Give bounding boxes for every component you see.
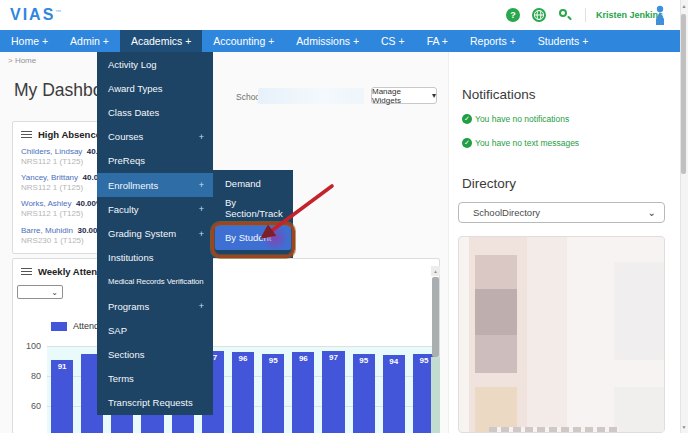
- notification-row: ✓ You have no notifications: [462, 114, 569, 124]
- nav-item-academics[interactable]: Academics +: [120, 30, 202, 52]
- student-link[interactable]: Childers, Lindsay: [21, 147, 82, 156]
- menu-item-programs[interactable]: Programs+: [97, 294, 213, 318]
- student-link[interactable]: Barre, Muhidin: [21, 226, 73, 235]
- check-icon: ✓: [462, 114, 472, 124]
- attendance-bar: 91: [51, 360, 73, 433]
- bar-value-label: 95: [262, 356, 284, 365]
- bar-value-label: 94: [383, 357, 405, 366]
- top-header: VIAS™ ? Kristen Jenkins: [0, 0, 688, 30]
- vias-dashboard-screen: VIAS™ ? Kristen Jenkins Home + Admin + A…: [0, 0, 688, 433]
- content-scrollbar-thumb[interactable]: [432, 277, 439, 357]
- submenu-plus: +: [199, 204, 204, 214]
- menu-item-courses[interactable]: Courses+: [97, 125, 213, 149]
- submenu-plus: +: [199, 229, 204, 239]
- y-tick: 60: [21, 401, 41, 411]
- menu-item-prereqs[interactable]: PreReqs: [97, 149, 213, 173]
- weekly-attendance-widget: Weekly Attendance ⌄ Attendance 100 80 60…: [12, 258, 440, 433]
- menu-item-sap[interactable]: SAP: [97, 318, 213, 342]
- attendance-filter-select[interactable]: ⌄: [17, 285, 63, 299]
- student-link[interactable]: Yancey, Brittany: [21, 173, 78, 182]
- academics-dropdown-menu: Activity Log Award Types Class Dates Cou…: [97, 52, 213, 415]
- attendance-bar: 96: [232, 352, 254, 433]
- submenu-plus: +: [199, 132, 204, 142]
- menu-item-institutions[interactable]: Institutions: [97, 246, 213, 270]
- chevron-down-icon: ⌄: [51, 288, 58, 297]
- menu-item-sections[interactable]: Sections: [97, 342, 213, 366]
- vias-logo[interactable]: VIAS™: [10, 6, 61, 24]
- nav-item-admissions[interactable]: Admissions +: [285, 30, 370, 52]
- menu-item-award-types[interactable]: Award Types: [97, 76, 213, 100]
- bar-value-label: 96: [232, 354, 254, 363]
- menu-item-medical-records-verification[interactable]: Medical Records Verification: [97, 270, 213, 294]
- menu-item-terms[interactable]: Terms: [97, 367, 213, 391]
- student-link[interactable]: Works, Ashley: [21, 199, 72, 208]
- y-tick: 80: [21, 371, 41, 381]
- nav-item-home[interactable]: Home +: [0, 30, 59, 52]
- nav-item-reports[interactable]: Reports +: [459, 30, 527, 52]
- chevron-down-icon: ⌄: [648, 207, 664, 218]
- language-globe-icon[interactable]: [532, 8, 546, 22]
- menu-item-transcript-requests[interactable]: Transcript Requests: [97, 391, 213, 415]
- submenu-plus: +: [199, 301, 204, 311]
- y-tick: 100: [21, 341, 41, 351]
- widget-menu-icon[interactable]: [21, 266, 32, 277]
- user-icon[interactable]: [653, 5, 667, 29]
- notifications-title: Notifications: [462, 87, 536, 102]
- student-link[interactable]: Brown, Brittany: [21, 252, 75, 254]
- attendance-bar: 95: [262, 354, 284, 433]
- check-icon: ✓: [462, 138, 472, 148]
- menu-item-faculty[interactable]: Faculty+: [97, 197, 213, 221]
- legend-swatch: [51, 322, 67, 331]
- school-input-blurred[interactable]: [258, 88, 364, 104]
- bar-value-label: 96: [292, 354, 314, 363]
- nav-item-accounting[interactable]: Accounting +: [202, 30, 285, 52]
- main-nav: Home + Admin + Academics + Accounting + …: [0, 30, 688, 52]
- notification-text: You have no notifications: [475, 114, 569, 124]
- attendance-bar: 95: [353, 354, 375, 433]
- menu-item-class-dates[interactable]: Class Dates: [97, 100, 213, 124]
- directory-select[interactable]: SchoolDirectory ⌄: [458, 202, 665, 223]
- bar-value-label: 95: [353, 356, 375, 365]
- widget-title: High Absence: [38, 129, 101, 140]
- scroll-up-icon[interactable]: ▲: [680, 3, 688, 9]
- page-scrollbar-thumb[interactable]: [681, 14, 686, 174]
- notification-row: ✓ You have no text messages: [462, 138, 579, 148]
- help-icon[interactable]: ?: [506, 8, 520, 22]
- attendance-bar: 97: [322, 351, 344, 433]
- annotation-arrow-icon: [238, 172, 338, 262]
- menu-item-grading-system[interactable]: Grading System+: [97, 221, 213, 245]
- breadcrumb[interactable]: > Home: [8, 56, 36, 65]
- nav-item-cs[interactable]: CS +: [370, 30, 416, 52]
- nav-item-students[interactable]: Students +: [527, 30, 600, 52]
- bar-value-label: 91: [51, 362, 73, 371]
- nav-item-admin[interactable]: Admin +: [59, 30, 120, 52]
- attendance-bar: 96: [292, 352, 314, 433]
- menu-item-enrollments[interactable]: Enrollments+: [97, 173, 213, 197]
- bar-value-label: 97: [322, 353, 344, 362]
- notification-text: You have no text messages: [475, 138, 579, 148]
- search-icon[interactable]: [558, 8, 572, 22]
- directory-results-blurred: [458, 236, 665, 433]
- attendance-bar: 94: [383, 355, 405, 433]
- manage-widgets-button[interactable]: Manage Widgets▾: [371, 87, 437, 104]
- caret-down-icon: ▾: [432, 91, 436, 100]
- submenu-plus: +: [199, 180, 204, 190]
- scroll-up-icon[interactable]: ▴: [431, 266, 440, 276]
- scroll-down-icon[interactable]: ▼: [680, 424, 688, 430]
- menu-item-activity-log[interactable]: Activity Log: [97, 52, 213, 76]
- nav-item-fa[interactable]: FA +: [416, 30, 459, 52]
- header-divider: [585, 8, 586, 22]
- content-scrollbar-track[interactable]: [431, 357, 440, 433]
- directory-title: Directory: [462, 176, 516, 191]
- widget-menu-icon[interactable]: [21, 129, 32, 140]
